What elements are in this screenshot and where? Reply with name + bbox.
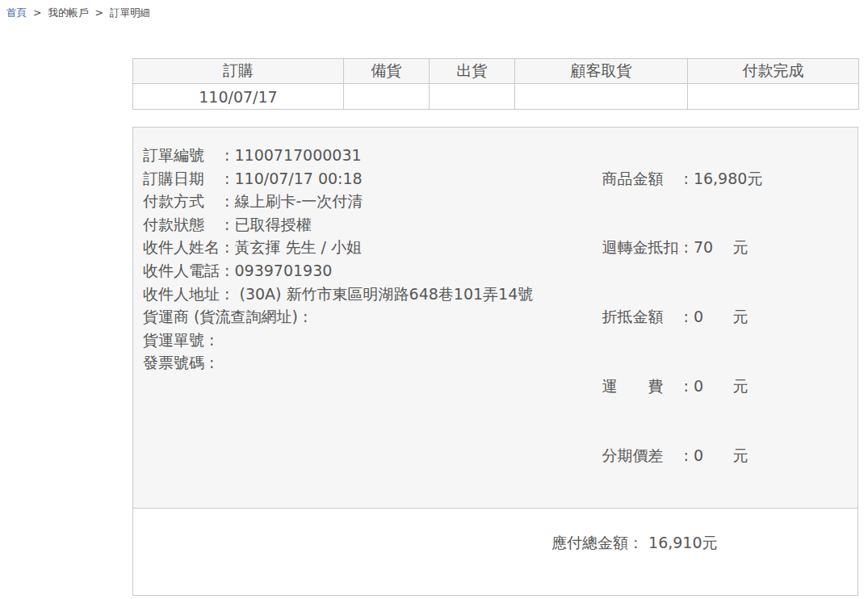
order-date-line: 訂購日期 : 110/07/17 00:18 bbox=[143, 167, 553, 191]
status-paid-date bbox=[688, 84, 859, 110]
status-shipped-date bbox=[430, 84, 515, 110]
status-header-preparing: 備貨 bbox=[344, 59, 430, 84]
order-number-line: 訂單編號 : 1100717000031 bbox=[143, 144, 553, 167]
discount-amount-line: 折抵金額 : 0元 bbox=[553, 283, 848, 352]
currency-unit: 元 bbox=[732, 446, 748, 464]
order-info-left-column: 訂單編號 : 1100717000031 訂購日期 : 110/07/17 00… bbox=[143, 144, 553, 375]
goods-amount-line: 商品金額 : 16,980元 bbox=[553, 144, 848, 213]
tracking-number-line: 貨運單號 : bbox=[143, 329, 553, 352]
discount-amount-text: 折抵金額 : 0 bbox=[602, 305, 732, 329]
installment-diff-text: 分期價差 : 0 bbox=[602, 444, 732, 467]
order-info-section: 訂單編號 : 1100717000031 訂購日期 : 110/07/17 00… bbox=[133, 128, 858, 509]
currency-unit: 元 bbox=[747, 170, 762, 187]
status-value-row: 110/07/17 bbox=[133, 84, 859, 110]
breadcrumb-link-home[interactable]: 首頁 bbox=[6, 6, 27, 19]
order-info-right-column: 商品金額 : 16,980元 迴轉金抵扣 : 70元 折抵金額 : 0元 運 費… bbox=[553, 144, 848, 490]
status-header-pickup: 顧客取貨 bbox=[515, 59, 688, 84]
order-status-table: 訂購 備貨 出貨 顧客取貨 付款完成 110/07/17 bbox=[132, 58, 859, 110]
payment-status-line: 付款狀態 : 已取得授權 bbox=[143, 213, 553, 237]
rebate-deduction-line: 迴轉金抵扣 : 70元 bbox=[553, 213, 848, 283]
rebate-deduction-text: 迴轉金抵扣 : 70 bbox=[602, 236, 732, 259]
recipient-address-line: 收件人地址 : (30A) 新竹市東區明湖路648巷101弄14號 bbox=[143, 283, 553, 306]
currency-unit: 元 bbox=[732, 377, 748, 395]
status-ordered-date: 110/07/17 bbox=[133, 84, 344, 110]
total-due-label: 應付總金額： bbox=[551, 534, 644, 551]
carrier-line: 貨運商 (貨流查詢網址) : bbox=[143, 305, 553, 329]
shipping-fee-text: 運 費 : 0 bbox=[602, 375, 732, 398]
recipient-name-line: 收件人姓名 : 黃玄揮 先生 / 小姐 bbox=[143, 236, 553, 259]
recipient-phone-line: 收件人電話 : 0939701930 bbox=[143, 259, 553, 283]
status-preparing-date bbox=[344, 84, 430, 110]
breadcrumb-link-account[interactable]: 我的帳戶 bbox=[48, 6, 88, 19]
breadcrumb: 首頁 > 我的帳戶 > 訂單明細 bbox=[0, 0, 868, 20]
currency-unit: 元 bbox=[732, 308, 748, 325]
shipping-fee-line: 運 費 : 0元 bbox=[553, 351, 848, 421]
status-header-ordered: 訂購 bbox=[133, 59, 344, 84]
order-info-box: 訂單編號 : 1100717000031 訂購日期 : 110/07/17 00… bbox=[132, 127, 858, 596]
status-header-row: 訂購 備貨 出貨 顧客取貨 付款完成 bbox=[133, 59, 859, 84]
currency-unit: 元 bbox=[732, 238, 748, 256]
total-due-value: 16,910元 bbox=[644, 534, 718, 551]
breadcrumb-separator: > bbox=[91, 6, 106, 19]
status-header-paid: 付款完成 bbox=[688, 59, 859, 84]
goods-amount-text: 商品金額 : 16,980 bbox=[602, 167, 747, 191]
payment-method-line: 付款方式 : 線上刷卡-一次付清 bbox=[143, 190, 553, 213]
breadcrumb-current: 訂單明細 bbox=[110, 6, 150, 19]
status-header-shipped: 出貨 bbox=[430, 59, 515, 84]
invoice-number-line: 發票號碼 : bbox=[143, 351, 553, 375]
installment-diff-line: 分期價差 : 0元 bbox=[553, 421, 848, 490]
breadcrumb-separator: > bbox=[30, 6, 44, 19]
status-pickup-date bbox=[515, 84, 688, 110]
order-detail-page: 訂購 備貨 出貨 顧客取貨 付款完成 110/07/17 訂單編號 : 1100… bbox=[132, 58, 858, 599]
total-due-section: 應付總金額： 16,910元 bbox=[133, 509, 858, 595]
